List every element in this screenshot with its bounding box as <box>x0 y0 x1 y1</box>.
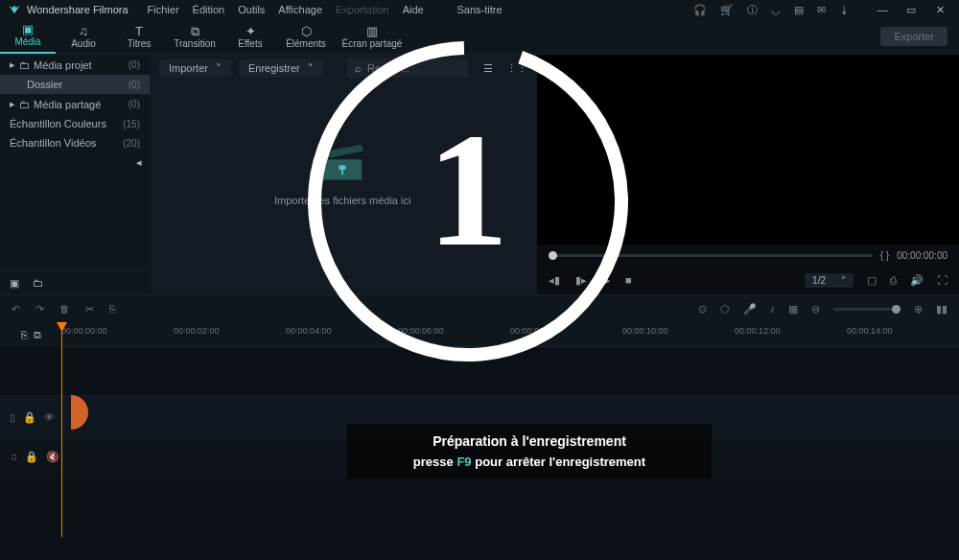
sidebar-item-media-projet[interactable]: ▸ 🗀 Média projet(0) <box>0 55 150 75</box>
sidebar-item-media-partage[interactable]: ▸ 🗀 Média partagé(0) <box>0 94 150 114</box>
zoom-out-button[interactable]: ⊖ <box>811 303 820 315</box>
message-icon[interactable]: ✉ <box>817 4 826 16</box>
media-toolbar: Importer˅ Enregistrer˅ ⌕ ☰ ⋮⋮ <box>150 55 537 82</box>
copy-button[interactable]: ⎘ <box>109 303 116 315</box>
chevron-right-icon: ▸ <box>10 98 15 110</box>
audio-icon: ♫ <box>79 25 88 37</box>
hotkey: F9 <box>456 455 471 469</box>
ruler-tick: 00:00:10:00 <box>622 326 668 336</box>
minimize-button[interactable]: — <box>871 4 894 16</box>
record-dropdown[interactable]: Enregistrer˅ <box>239 59 323 78</box>
new-folder-icon[interactable]: 🗀 <box>33 277 43 289</box>
tab-ecran-partage[interactable]: ▥Écran partagé <box>334 19 410 54</box>
seek-slider[interactable] <box>549 254 873 257</box>
mixer-icon[interactable]: ♪ <box>770 303 776 315</box>
sidebar-item-videos[interactable]: Échantillon Vidéos(20) <box>0 133 150 152</box>
import-dropdown[interactable]: Importer˅ <box>159 59 231 78</box>
magnet-icon[interactable]: ⧉ <box>34 329 41 341</box>
tab-media[interactable]: ▣Média <box>0 17 56 54</box>
menu-aide[interactable]: Aide <box>403 4 424 15</box>
redo-button[interactable]: ↷ <box>35 303 44 315</box>
marker-icon[interactable]: ⊙ <box>698 303 707 315</box>
play-button[interactable]: ▶ <box>602 274 610 287</box>
menu-outils[interactable]: Outils <box>238 4 265 15</box>
mic-icon[interactable]: 🎤 <box>743 303 757 315</box>
notifications-icon[interactable]: ▤ <box>794 4 804 16</box>
export-button[interactable]: Exporter <box>880 27 947 46</box>
collapse-icon[interactable]: ◂ <box>136 156 142 168</box>
chevron-down-icon: ˅ <box>841 275 846 286</box>
video-track-icon: ▯ <box>10 411 15 424</box>
fullscreen-icon[interactable]: ⛶ <box>937 274 947 286</box>
tab-elements[interactable]: ⬡Éléments <box>278 19 334 54</box>
zoom-in-button[interactable]: ⊕ <box>914 303 923 315</box>
tab-transition[interactable]: ⧉Transition <box>167 19 222 54</box>
recording-title: Préparation à l'enregistrement <box>359 433 700 449</box>
lock-icon[interactable]: 🔒 <box>25 451 38 463</box>
undo-button[interactable]: ↶ <box>12 303 20 315</box>
audio-track-icon: ♫ <box>10 451 17 462</box>
fit-button[interactable]: ▮▮ <box>936 303 947 315</box>
sidebar-footer: ▣ 🗀 <box>0 270 150 294</box>
display-icon[interactable]: ▢ <box>867 274 877 287</box>
import-hint: Importer les fichiers média ici <box>274 195 410 206</box>
main-row: ▸ 🗀 Média projet(0) Dossier(0) ▸ 🗀 Média… <box>0 55 959 294</box>
ruler-tick: 00:00:12:00 <box>735 326 781 336</box>
search-input[interactable] <box>365 61 446 75</box>
grid-icon[interactable]: ▦ <box>788 303 798 315</box>
new-bin-icon[interactable]: ▣ <box>10 277 19 290</box>
media-drop-zone[interactable]: Importer les fichiers média ici <box>274 141 410 206</box>
clapperboard-icon <box>316 141 368 183</box>
volume-icon[interactable]: 🔊 <box>910 274 924 287</box>
system-icons: 🎧 🛒 ⓘ ◡ ▤ ✉ ⭳ <box>693 3 850 17</box>
zoom-dropdown[interactable]: 1/2˅ <box>805 273 854 288</box>
close-button[interactable]: ✕ <box>928 4 951 16</box>
ruler-tick: 00:00:02:00 <box>174 326 220 336</box>
menu-edition[interactable]: Édition <box>193 4 225 15</box>
mute-icon[interactable]: 🔇 <box>46 451 59 463</box>
lock-icon[interactable]: 🔒 <box>23 411 36 424</box>
menu-affichage[interactable]: Affichage <box>278 4 322 15</box>
filter-icon[interactable]: ☰ <box>483 62 493 75</box>
sidebar-item-dossier[interactable]: Dossier(0) <box>0 75 150 94</box>
account-icon[interactable]: ◡ <box>771 4 781 16</box>
search-box[interactable]: ⌕ <box>347 58 468 78</box>
eye-icon[interactable]: 👁 <box>44 411 55 423</box>
ruler-tick: 00:00:06:00 <box>398 326 444 336</box>
stop-button[interactable]: ■ <box>625 274 632 286</box>
sidebar-item-couleurs[interactable]: Échantillon Couleurs(15) <box>0 114 150 133</box>
zoom-slider[interactable] <box>833 308 901 311</box>
info-icon[interactable]: ⓘ <box>747 3 758 17</box>
tab-effets[interactable]: ✦Effets <box>222 19 278 54</box>
ruler-tick: 00:00:08:00 <box>510 326 556 336</box>
download-icon[interactable]: ⭳ <box>839 4 850 15</box>
bracket-indicator: { } <box>880 250 889 261</box>
transition-icon: ⧉ <box>191 25 199 37</box>
prev-frame-button[interactable]: ◂▮ <box>549 274 560 287</box>
svg-rect-1 <box>341 166 343 173</box>
recording-hint: presse F9 pour arrêter l'enregistrement <box>359 455 700 469</box>
tab-titres[interactable]: TTitres <box>111 19 167 54</box>
playhead[interactable] <box>61 322 62 537</box>
snapshot-icon[interactable]: ⎙ <box>890 274 897 286</box>
preview-seekbar: { } 00:00:00:00 <box>537 245 959 266</box>
menu-exportation: Exportation <box>336 4 389 15</box>
delete-button[interactable]: 🗑 <box>59 303 70 315</box>
cut-button[interactable]: ✂ <box>85 303 94 315</box>
ruler-tick: 00:00:04:00 <box>286 326 332 336</box>
ruler-head: ⎘⧉ <box>0 322 61 347</box>
headset-icon[interactable]: 🎧 <box>693 4 707 16</box>
timeline-ruler[interactable]: 00:00:00:0000:00:02:0000:00:04:0000:00:0… <box>61 322 959 347</box>
preview-viewport[interactable] <box>537 55 959 245</box>
sidebar: ▸ 🗀 Média projet(0) Dossier(0) ▸ 🗀 Média… <box>0 55 150 294</box>
tab-audio[interactable]: ♫Audio <box>56 19 111 54</box>
next-frame-button[interactable]: ▮▸ <box>575 274 587 287</box>
shield-icon[interactable]: ⬠ <box>720 303 730 315</box>
folder-icon: ▣ <box>22 23 34 35</box>
cart-icon[interactable]: 🛒 <box>720 4 734 16</box>
sort-icon[interactable]: ⋮⋮ <box>506 62 527 75</box>
menu-fichier[interactable]: Fichier <box>148 4 179 15</box>
clip-stub[interactable] <box>71 395 88 430</box>
link-icon[interactable]: ⎘ <box>21 329 28 340</box>
maximize-button[interactable]: ▭ <box>900 4 923 16</box>
